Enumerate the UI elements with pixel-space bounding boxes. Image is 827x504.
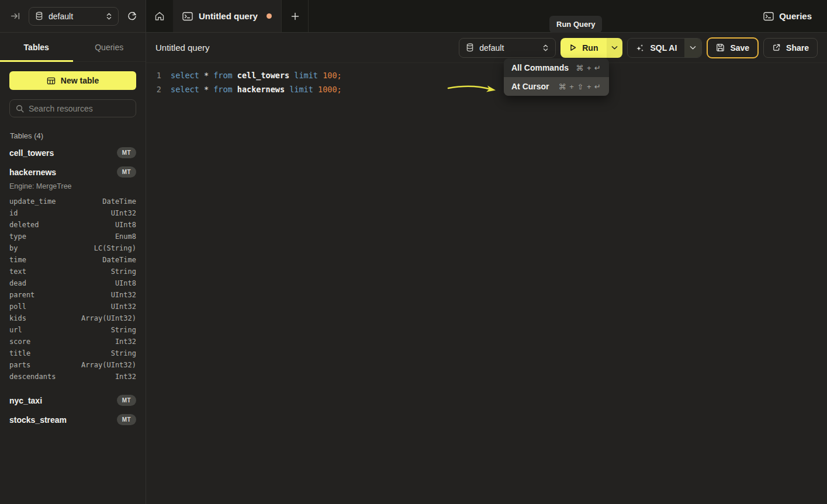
sql-ai-options-button[interactable] <box>684 39 701 57</box>
search-icon <box>16 105 24 113</box>
save-button[interactable]: Save <box>707 37 759 58</box>
column-name: poll <box>9 303 26 311</box>
database-icon <box>35 12 43 20</box>
column-name: score <box>9 338 30 346</box>
code-token: select <box>171 85 204 94</box>
code-token: from <box>213 71 237 80</box>
new-tab-button[interactable] <box>282 0 309 32</box>
menu-item-all-commands[interactable]: All Commands⌘ + ↵ <box>504 58 609 77</box>
home-button[interactable] <box>146 0 173 32</box>
sidebar: Tables Queries New table <box>0 33 146 504</box>
tab-label: Untitled query <box>199 11 261 21</box>
top-bar: default <box>0 0 827 33</box>
sidebar-tab-queries[interactable]: Queries <box>73 33 146 61</box>
column-row[interactable]: typeEnum8 <box>9 231 136 242</box>
column-row[interactable]: pollUInt32 <box>9 301 136 312</box>
column-name: type <box>9 232 26 241</box>
run-options-menu: All Commands⌘ + ↵At Cursor⌘ + ⇧ + ↵ <box>504 58 609 96</box>
column-row[interactable]: titleString <box>9 347 136 359</box>
column-type: LC(String) <box>94 244 136 252</box>
run-button-label: Run <box>582 43 598 53</box>
engine-label: Engine: MergeTree <box>9 182 136 190</box>
table-grid-icon <box>47 77 56 85</box>
menu-item-label: At Cursor <box>511 82 549 91</box>
run-button[interactable]: Run <box>560 38 607 58</box>
menu-item-at-cursor[interactable]: At Cursor⌘ + ⇧ + ↵ <box>504 77 609 96</box>
column-name: parts <box>9 361 30 369</box>
code-line: 1select * from cell_towers limit 100; <box>146 68 827 82</box>
search-input[interactable] <box>29 104 130 113</box>
sparkles-icon <box>635 43 645 53</box>
refresh-icon[interactable] <box>127 11 137 22</box>
terminal-icon <box>763 12 774 21</box>
sql-ai-split-button: SQL AI <box>627 38 702 58</box>
new-table-button[interactable]: New table <box>9 71 136 90</box>
code-token: from <box>213 85 237 94</box>
share-button[interactable]: Share <box>763 38 818 58</box>
sidebar-tab-queries-label: Queries <box>95 43 123 52</box>
column-name: deleted <box>9 221 39 229</box>
code-token: * <box>204 71 213 80</box>
column-row[interactable]: urlString <box>9 324 136 336</box>
column-row[interactable]: parentUInt32 <box>9 289 136 301</box>
main-panel: Untitled query default <box>146 33 827 504</box>
column-type: String <box>111 326 136 334</box>
column-type: DateTime <box>102 256 136 264</box>
topbar-left-section: default <box>0 0 146 33</box>
sql-ai-button[interactable]: SQL AI <box>628 39 684 57</box>
sidebar-tab-tables[interactable]: Tables <box>0 33 73 61</box>
sidebar-content: New table Tables (4) cell_towers MT <box>0 62 146 439</box>
sql-editor[interactable]: 1select * from cell_towers limit 100;2se… <box>146 63 827 504</box>
column-name: parent <box>9 291 34 299</box>
column-row[interactable]: kidsArray(UInt32) <box>9 312 136 324</box>
run-split-button: Run <box>560 38 622 58</box>
editor-toolbar: default <box>459 37 818 58</box>
column-row[interactable]: idUInt32 <box>9 207 136 219</box>
column-name: text <box>9 267 26 276</box>
unsaved-changes-dot <box>267 13 272 19</box>
tables-section-label: Tables (4) <box>10 131 136 140</box>
column-type: UInt8 <box>115 279 136 287</box>
column-row[interactable]: partsArray(UInt32) <box>9 359 136 371</box>
engine-badge: MT <box>117 147 136 158</box>
table-name: hackernews <box>9 168 56 177</box>
code-token: cell_towers <box>237 71 295 80</box>
collapse-sidebar-icon[interactable] <box>11 11 20 21</box>
save-icon <box>716 43 725 52</box>
engine-badge: MT <box>117 395 136 406</box>
column-name: kids <box>9 314 26 322</box>
column-row[interactable]: byLC(String) <box>9 242 136 254</box>
queries-button[interactable]: Queries <box>763 0 827 32</box>
save-button-label: Save <box>730 43 749 53</box>
column-name: time <box>9 256 26 264</box>
column-type: Array(UInt32) <box>81 314 136 322</box>
column-type: Int32 <box>115 338 136 346</box>
table-row-cell-towers[interactable]: cell_towers MT <box>9 143 136 162</box>
table-row-nyc-taxi[interactable]: nyc_taxi MT <box>9 391 136 410</box>
column-row[interactable]: update_timeDateTime <box>9 196 136 207</box>
terminal-icon <box>182 12 193 21</box>
table-row-hackernews[interactable]: hackernews MT <box>9 162 136 182</box>
toolbar-database-select[interactable]: default <box>459 38 556 58</box>
column-row[interactable]: scoreInt32 <box>9 336 136 347</box>
column-row[interactable]: deletedUInt8 <box>9 219 136 231</box>
query-title: Untitled query <box>155 43 210 53</box>
tab-untitled-query[interactable]: Untitled query <box>173 0 282 32</box>
line-number: 2 <box>146 85 161 94</box>
table-name: cell_towers <box>9 148 54 158</box>
column-row[interactable]: textString <box>9 266 136 277</box>
run-options-button[interactable] <box>607 38 622 58</box>
new-table-label: New table <box>61 76 99 85</box>
code-token: 1000; <box>318 85 342 94</box>
play-icon <box>569 44 577 51</box>
column-row[interactable]: deadUInt8 <box>9 277 136 289</box>
engine-badge: MT <box>117 414 136 425</box>
hackernews-columns: update_timeDateTimeidUInt32deletedUInt8t… <box>9 196 136 383</box>
chevron-down-icon <box>690 46 696 50</box>
menu-item-label: All Commands <box>511 63 569 72</box>
column-row[interactable]: timeDateTime <box>9 254 136 266</box>
chevron-down-icon <box>611 46 618 50</box>
table-row-stocks-stream[interactable]: stocks_stream MT <box>9 410 136 429</box>
column-row[interactable]: descendantsInt32 <box>9 371 136 383</box>
database-select[interactable]: default <box>29 7 119 26</box>
